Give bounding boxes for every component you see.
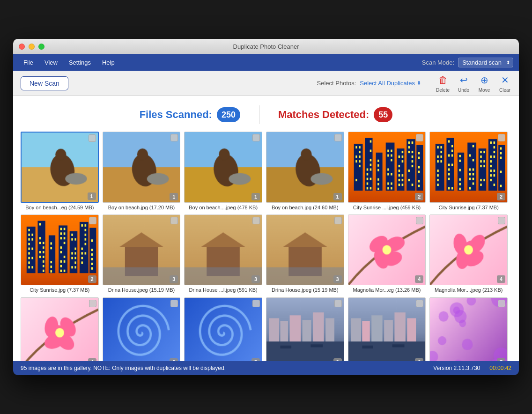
photo-checkbox[interactable] <box>89 217 96 224</box>
clear-icon: ✕ <box>498 74 511 87</box>
title-bar: Duplicate Photo Cleaner <box>13 39 519 54</box>
photo-checkbox[interactable] <box>170 217 178 224</box>
group-badge: 7 <box>497 358 505 361</box>
menu-view[interactable]: View <box>40 57 62 68</box>
menu-help[interactable]: Help <box>97 57 119 68</box>
matches-detected-count: 55 <box>374 107 392 122</box>
group-badge: 4 <box>497 275 505 283</box>
list-item[interactable]: 7Beach... <box>429 297 508 361</box>
photo-checkbox[interactable] <box>252 300 260 307</box>
group-badge: 2 <box>415 193 423 200</box>
photo-checkbox[interactable] <box>498 134 505 141</box>
minimize-button[interactable] <box>29 44 35 50</box>
photo-checkbox[interactable] <box>252 134 260 141</box>
close-button[interactable] <box>19 44 25 50</box>
photo-checkbox[interactable] <box>170 300 178 307</box>
list-item[interactable]: 2City Sunrise ...l.jpeg (459 KB) <box>348 132 426 211</box>
photo-filename: Boy on beach....jpeg (478 KB) <box>184 203 262 211</box>
clear-action[interactable]: ✕ Clear <box>498 74 511 93</box>
delete-label: Delete <box>436 88 450 93</box>
list-item[interactable]: 3Drina House.jpeg (15.19 MB) <box>103 214 181 294</box>
photo-checkbox[interactable] <box>170 134 178 141</box>
group-badge: 1 <box>88 192 96 200</box>
list-item[interactable]: 3Drina House.jpeg (15.19 MB) <box>266 214 344 294</box>
photo-checkbox[interactable] <box>334 134 342 141</box>
stats-bar: Files Scanned: 250 Matches Detected: 55 <box>13 96 519 132</box>
list-item[interactable]: 5Blue art... <box>103 297 181 361</box>
group-badge: 1 <box>333 193 342 200</box>
timer-label: 00:00:42 <box>489 365 511 371</box>
menu-items: File View Settings Help <box>19 57 422 68</box>
undo-label: Undo <box>458 88 469 93</box>
toolbar-actions: 🗑 Delete ↩ Undo ⊕ Move ✕ Clear <box>436 74 511 93</box>
list-item[interactable]: 1Boy on beach....jpeg (478 KB) <box>184 132 262 211</box>
photo-checkbox[interactable] <box>89 134 96 142</box>
status-right: Version 2.11.3.730 00:00:42 <box>433 365 511 371</box>
photo-filename: Drina House.jpeg (15.19 MB) <box>103 285 181 293</box>
toolbar: New Scan Select Photos: Select All Dupli… <box>13 71 519 96</box>
move-action[interactable]: ⊕ Move <box>478 74 491 93</box>
gallery-container[interactable]: 1Boy on beach...eg (24.59 MB)1Boy on bea… <box>13 132 519 361</box>
select-photos-label: Select Photos: <box>317 80 356 87</box>
traffic-lights <box>19 44 44 50</box>
menu-settings[interactable]: Settings <box>64 57 96 68</box>
group-badge: 1 <box>170 193 178 200</box>
list-item[interactable]: 4Magnolia Mor...eg (13.26 MB) <box>348 214 426 294</box>
group-badge: 3 <box>333 275 342 283</box>
group-badge: 6 <box>333 358 342 361</box>
list-item[interactable]: 4Magnolia Mor... <box>21 297 99 361</box>
undo-action[interactable]: ↩ Undo <box>457 74 470 93</box>
new-scan-button[interactable]: New Scan <box>21 76 68 90</box>
matches-detected-label: Matches Detected: <box>278 109 369 121</box>
status-message: 95 images are in this gallery. NOTE: Onl… <box>21 365 226 371</box>
group-badge: 2 <box>88 275 96 283</box>
menu-file[interactable]: File <box>19 57 38 68</box>
photo-checkbox[interactable] <box>416 300 423 307</box>
photo-checkbox[interactable] <box>498 300 505 307</box>
list-item[interactable]: 4Magnolia Mor....jpeg (213 KB) <box>429 214 508 294</box>
scan-mode-label: Scan Mode: <box>422 59 454 66</box>
list-item[interactable]: 5Blue art 2... <box>184 297 262 361</box>
menu-bar: File View Settings Help Scan Mode: Stand… <box>13 54 519 71</box>
photo-checkbox[interactable] <box>498 217 505 224</box>
group-badge: 5 <box>251 358 260 361</box>
group-badge: 3 <box>251 275 260 283</box>
list-item[interactable]: 2City Sunrise.jpg (7.37 MB) <box>21 214 99 294</box>
group-badge: 1 <box>251 193 260 200</box>
files-scanned-count: 250 <box>217 107 240 122</box>
photo-filename: City Sunrise.jpg (7.37 MB) <box>21 285 99 293</box>
list-item[interactable]: 1Boy on beach.jpg (17.20 MB) <box>103 132 181 211</box>
list-item[interactable]: 6Harbor view... <box>266 297 344 361</box>
clear-label: Clear <box>499 88 510 93</box>
window-title: Duplicate Photo Cleaner <box>233 43 299 50</box>
photo-checkbox[interactable] <box>89 300 96 307</box>
photo-filename: City Sunrise ...l.jpeg (459 KB) <box>348 203 426 211</box>
move-label: Move <box>479 88 490 93</box>
photo-filename: Boy on beach...eg (24.59 MB) <box>21 203 99 211</box>
photo-checkbox[interactable] <box>334 217 342 224</box>
photo-filename: Drina House ...l.jpeg (591 KB) <box>184 285 262 293</box>
list-item[interactable]: 6Wisteria... <box>348 297 426 361</box>
photo-checkbox[interactable] <box>334 300 342 307</box>
matches-detected-stat: Matches Detected: 55 <box>278 107 392 122</box>
list-item[interactable]: 1Boy on beach.jpg (24.60 MB) <box>266 132 344 211</box>
photo-filename: Drina House.jpeg (15.19 MB) <box>266 285 344 293</box>
photo-checkbox[interactable] <box>416 217 423 224</box>
scan-mode-dropdown[interactable]: Standard scan ⬍ <box>458 58 513 67</box>
select-all-duplicates-dropdown[interactable]: Select All Duplicates ⬍ <box>360 80 421 87</box>
list-item[interactable]: 3Drina House ...l.jpeg (591 KB) <box>184 214 262 294</box>
photo-filename: Boy on beach.jpg (24.60 MB) <box>266 203 344 211</box>
photo-filename: Magnolia Mor....jpeg (213 KB) <box>429 285 508 293</box>
group-badge: 6 <box>415 358 423 361</box>
list-item[interactable]: 2City Sunrise.jpg (7.37 MB) <box>429 132 508 211</box>
photo-checkbox[interactable] <box>416 134 423 141</box>
gallery-grid: 1Boy on beach...eg (24.59 MB)1Boy on bea… <box>21 132 511 361</box>
group-badge: 4 <box>415 275 423 283</box>
delete-action[interactable]: 🗑 Delete <box>436 74 450 93</box>
photo-filename: City Sunrise.jpg (7.37 MB) <box>429 203 508 211</box>
list-item[interactable]: 1Boy on beach...eg (24.59 MB) <box>21 132 99 211</box>
maximize-button[interactable] <box>38 44 44 50</box>
files-scanned-label: Files Scanned: <box>140 109 212 121</box>
photo-checkbox[interactable] <box>252 217 260 224</box>
group-badge: 5 <box>170 358 178 361</box>
